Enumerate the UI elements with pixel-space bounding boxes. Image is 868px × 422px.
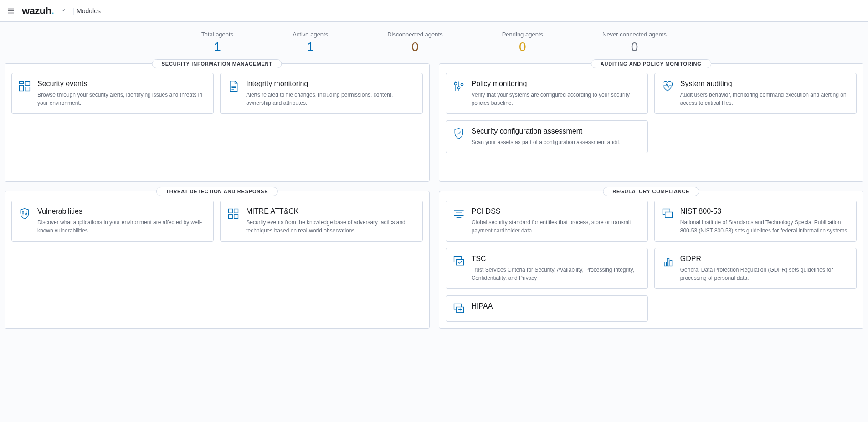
section-security-information-management: SECURITY INFORMATION MANAGEMENT Security… bbox=[5, 63, 430, 182]
section-regulatory-compliance: REGULATORY COMPLIANCE PCI DSS Global sec… bbox=[439, 191, 864, 329]
dashboard-icon bbox=[18, 80, 31, 93]
stat-value: 1 bbox=[201, 40, 233, 54]
window-plus-icon bbox=[452, 302, 465, 315]
stat-label: Never connected agents bbox=[602, 31, 667, 38]
svg-rect-22 bbox=[229, 215, 233, 219]
card-body: System auditing Audit users behavior, mo… bbox=[680, 80, 850, 107]
card-title: HIPAA bbox=[472, 302, 641, 310]
card-desc: Verify that your systems are configured … bbox=[472, 91, 641, 107]
card-title: NIST 800-53 bbox=[680, 207, 850, 216]
content: SECURITY INFORMATION MANAGEMENT Security… bbox=[0, 59, 868, 342]
stat-value: 0 bbox=[502, 40, 543, 54]
svg-rect-21 bbox=[234, 209, 238, 213]
card-title: Vulnerabilities bbox=[37, 207, 207, 216]
shield-check-icon bbox=[452, 127, 465, 140]
card-hipaa[interactable]: HIPAA bbox=[446, 295, 648, 322]
grid-icon bbox=[227, 207, 240, 220]
window-check-icon bbox=[452, 255, 465, 268]
card-desc: Security events from the knowledge base … bbox=[246, 218, 416, 235]
card-title: Security configuration assessment bbox=[472, 127, 641, 135]
card-body: Security configuration assessment Scan y… bbox=[472, 127, 641, 146]
stat-value: 0 bbox=[387, 40, 442, 54]
card-desc: Trust Services Criteria for Security, Av… bbox=[472, 266, 641, 282]
svg-rect-5 bbox=[25, 82, 30, 86]
card-body: HIPAA bbox=[472, 302, 641, 315]
stat-disconnected-agents[interactable]: Disconnected agents 0 bbox=[387, 31, 442, 54]
card-security-events[interactable]: Security events Browse through your secu… bbox=[11, 73, 214, 114]
card-policy-monitoring[interactable]: Policy monitoring Verify that your syste… bbox=[446, 73, 648, 114]
stat-label: Total agents bbox=[201, 31, 233, 38]
stat-never-connected-agents[interactable]: Never connected agents 0 bbox=[602, 31, 667, 54]
breadcrumb: Modules bbox=[77, 7, 101, 15]
card-desc: Scan your assets as part of a configurat… bbox=[472, 138, 641, 146]
card-mitre-attack[interactable]: MITRE ATT&CK Security events from the kn… bbox=[220, 201, 422, 242]
card-desc: Discover what applications in your envir… bbox=[37, 218, 207, 235]
card-title: Policy monitoring bbox=[472, 80, 641, 88]
lines-icon bbox=[452, 207, 465, 220]
app-switcher-dropdown[interactable] bbox=[60, 7, 67, 15]
card-body: Security events Browse through your secu… bbox=[37, 80, 207, 107]
stat-pending-agents[interactable]: Pending agents 0 bbox=[502, 31, 543, 54]
card-gdpr[interactable]: GDPR General Data Protection Regulation … bbox=[654, 248, 857, 289]
stat-value: 0 bbox=[602, 40, 667, 54]
svg-rect-23 bbox=[234, 215, 238, 219]
header: wazuh. | Modules bbox=[0, 0, 868, 22]
shield-sliders-icon bbox=[18, 207, 31, 220]
section-title: REGULATORY COMPLIANCE bbox=[603, 187, 699, 196]
menu-button[interactable] bbox=[4, 4, 18, 18]
card-body: MITRE ATT&CK Security events from the kn… bbox=[246, 207, 416, 235]
section-title: AUDITING AND POLICY MONITORING bbox=[591, 59, 711, 68]
card-body: PCI DSS Global security standard for ent… bbox=[472, 207, 641, 235]
cards-grid: PCI DSS Global security standard for ent… bbox=[446, 201, 857, 322]
svg-rect-34 bbox=[667, 259, 669, 266]
card-body: Policy monitoring Verify that your syste… bbox=[472, 80, 641, 107]
card-title: TSC bbox=[472, 255, 641, 263]
window-icon bbox=[661, 207, 674, 220]
chevron-down-icon bbox=[60, 7, 67, 13]
cards-grid: Policy monitoring Verify that your syste… bbox=[446, 73, 857, 153]
card-title: Security events bbox=[37, 80, 207, 88]
svg-rect-4 bbox=[20, 85, 24, 91]
card-body: TSC Trust Services Criteria for Security… bbox=[472, 255, 641, 282]
svg-point-18 bbox=[22, 212, 24, 214]
section-threat-detection-response: THREAT DETECTION AND RESPONSE Vulnerab bbox=[5, 191, 430, 329]
cards-grid: Security events Browse through your secu… bbox=[11, 73, 423, 114]
card-title: PCI DSS bbox=[472, 207, 641, 216]
section-title: THREAT DETECTION AND RESPONSE bbox=[156, 187, 277, 196]
stat-total-agents[interactable]: Total agents 1 bbox=[201, 31, 233, 54]
card-body: GDPR General Data Protection Regulation … bbox=[680, 255, 850, 282]
card-body: Integrity monitoring Alerts related to f… bbox=[246, 80, 416, 107]
logo[interactable]: wazuh. bbox=[22, 5, 54, 17]
svg-rect-3 bbox=[20, 82, 24, 84]
card-desc: Alerts related to file changes, includin… bbox=[246, 91, 416, 107]
svg-point-13 bbox=[454, 82, 457, 85]
svg-rect-29 bbox=[665, 212, 673, 218]
card-desc: National Institute of Standards and Tech… bbox=[680, 218, 850, 235]
stat-label: Pending agents bbox=[502, 31, 543, 38]
card-security-configuration-assessment[interactable]: Security configuration assessment Scan y… bbox=[446, 120, 648, 153]
svg-rect-6 bbox=[25, 87, 30, 91]
heartbeat-icon bbox=[661, 80, 674, 93]
sections-row-1: SECURITY INFORMATION MANAGEMENT Security… bbox=[5, 63, 863, 182]
svg-point-15 bbox=[461, 83, 463, 86]
card-title: System auditing bbox=[680, 80, 850, 88]
card-pci-dss[interactable]: PCI DSS Global security standard for ent… bbox=[446, 201, 648, 242]
card-title: Integrity monitoring bbox=[246, 80, 416, 88]
card-desc: Audit users behavior, monitoring command… bbox=[680, 91, 850, 107]
card-integrity-monitoring[interactable]: Integrity monitoring Alerts related to f… bbox=[220, 73, 422, 114]
card-tsc[interactable]: TSC Trust Services Criteria for Security… bbox=[446, 248, 648, 289]
breadcrumb-separator: | bbox=[73, 7, 75, 15]
card-desc: Browse through your security alerts, ide… bbox=[37, 91, 207, 107]
section-title: SECURITY INFORMATION MANAGEMENT bbox=[152, 59, 282, 68]
card-vulnerabilities[interactable]: Vulnerabilities Discover what applicatio… bbox=[11, 201, 214, 242]
stat-active-agents[interactable]: Active agents 1 bbox=[293, 31, 328, 54]
svg-rect-33 bbox=[664, 262, 666, 266]
svg-point-14 bbox=[457, 87, 460, 89]
card-title: MITRE ATT&CK bbox=[246, 207, 416, 216]
card-body: Vulnerabilities Discover what applicatio… bbox=[37, 207, 207, 235]
hamburger-icon bbox=[7, 7, 15, 15]
section-auditing-policy-monitoring: AUDITING AND POLICY MONITORING bbox=[439, 63, 864, 182]
card-desc: Global security standard for entities th… bbox=[472, 218, 641, 235]
card-system-auditing[interactable]: System auditing Audit users behavior, mo… bbox=[654, 73, 857, 114]
card-nist-800-53[interactable]: NIST 800-53 National Institute of Standa… bbox=[654, 201, 857, 242]
